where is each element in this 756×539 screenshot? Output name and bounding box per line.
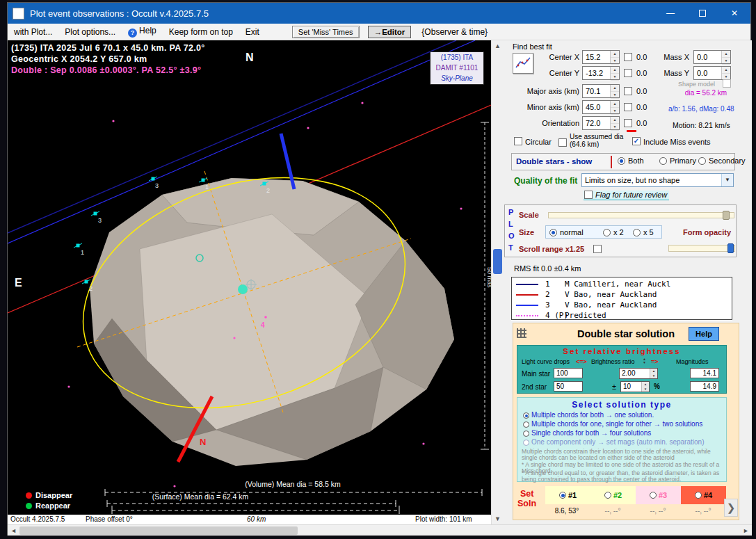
solution-type-option-2[interactable]: Multiple chords for one, single for othe… [523,420,702,428]
chevron-down-icon[interactable]: ▼ [721,174,733,186]
maximize-button[interactable] [686,3,718,24]
scale-slider[interactable] [548,212,734,218]
show-secondary-radio[interactable]: Secondary [698,156,746,165]
scale-label: Scale [519,211,539,219]
show-primary-radio[interactable]: Primary [659,156,696,165]
flag-review-control[interactable]: Flag for future review [584,191,669,200]
orientation-spinner[interactable]: 72.0▲▼ [582,116,620,130]
ratio-header-spinner[interactable]: ▲▼ [641,357,648,364]
spin-down-icon[interactable]: ▼ [722,58,730,65]
close-button[interactable]: ✕ [718,3,750,24]
spin-up-icon[interactable]: ▲ [611,101,619,108]
mass-x-spinner[interactable]: 0.0▲▼ [693,50,731,64]
spin-down-icon[interactable]: ▼ [650,373,657,378]
menu-exit[interactable]: Exit [239,25,266,39]
menu-with-plot[interactable]: with Plot... [8,25,58,39]
find-best-fit-label: Find best fit [513,42,552,51]
scale-slider-thumb[interactable] [723,211,730,220]
title-bar[interactable]: Plot event observations : Occult v.4.202… [8,3,750,24]
set-miss-times-button[interactable]: Set 'Miss' Times [292,26,360,38]
spin-down-icon[interactable]: ▼ [641,361,648,364]
solution-2-radio[interactable]: #2 [590,486,636,504]
solution-3-radio[interactable]: #3 [636,486,681,504]
main-star-drop-input[interactable]: 100 [554,368,583,378]
spin-up-icon[interactable]: ▲ [650,369,657,373]
opacity-slider-thumb[interactable] [727,243,734,253]
status-phase: Phase offset 0° [86,515,133,523]
spin-up-icon[interactable]: ▲ [611,117,619,124]
minor-fit-checkbox[interactable] [624,103,632,111]
mass-y-spinner[interactable]: 0.0▲▼ [693,66,731,80]
background-bottom-strip [0,536,756,539]
spin-up-icon[interactable]: ▲ [642,382,649,387]
scroll-up-icon[interactable]: ▲ [492,40,504,51]
center-y-spinner[interactable]: -13.2▲▼ [582,66,620,80]
major-fit-checkbox[interactable] [624,87,632,95]
menu-keep-on-top[interactable]: Keep form on top [163,25,239,39]
minimize-button[interactable]: — [654,3,686,24]
spin-down-icon[interactable]: ▼ [611,108,619,115]
solution-type-option-4[interactable]: One component only → set mags (auto min.… [523,438,704,446]
major-axis-spinner[interactable]: 70.1▲▼ [582,84,620,98]
spin-down-icon[interactable]: ▼ [611,74,619,81]
scroll-down-icon[interactable]: ▼ [492,513,504,524]
size-normal-radio[interactable]: normal [549,228,584,236]
scroll-range-checkbox[interactable] [593,245,602,253]
menu-plot-options[interactable]: Plot options... [58,25,122,39]
orientation-fit-checkbox[interactable] [624,119,632,127]
form-opacity-slider[interactable] [668,245,735,252]
plot-area[interactable]: (1735) ITA 2025 Jul 6 70.1 x 45.0 km. PA… [8,40,491,515]
spin-up-icon[interactable]: ▲ [722,51,730,58]
find-best-fit-button[interactable] [513,53,533,74]
spin-up-icon[interactable]: ▲ [611,67,619,74]
panel-scroll-right-button[interactable]: ❯ [724,499,738,517]
solution-type-option-1[interactable]: Multiple chords for both → one solution. [523,411,654,419]
spin-down-icon[interactable]: ▼ [611,92,619,99]
spin-down-icon[interactable]: ▼ [611,124,619,131]
disappear-dot [26,492,32,499]
brightness-ratio-spinner[interactable]: 2.00▲▼ [619,368,658,379]
solution-1-radio[interactable]: #1 [545,486,590,504]
tolerance-spinner[interactable]: 10▲▼ [620,381,650,392]
menu-help[interactable]: ?Help [122,24,163,40]
second-star-drop-input[interactable]: 50 [554,381,583,392]
assumed-dia-checkbox[interactable] [558,138,567,147]
plot-letter: O [508,232,515,240]
show-both-radio[interactable]: Both [618,156,644,165]
flag-review-checkbox[interactable] [584,191,593,199]
spin-up-icon[interactable]: ▲ [722,67,730,74]
solution-type-option-3[interactable]: Single chords for both → four solutions [523,429,651,437]
shape-model-checkbox[interactable] [723,79,731,88]
solution-4-radio[interactable]: #4 [681,486,726,504]
spin-up-icon[interactable]: ▲ [611,51,619,58]
editor-button[interactable]: →Editor [368,26,412,38]
spin-up-icon[interactable]: ▲ [611,85,619,92]
observer-row[interactable]: 2V Bao, near Auckland [512,289,732,300]
size-x2-radio[interactable]: x 2 [603,228,624,236]
observer-row[interactable]: 4 (P)Predicted [512,310,732,321]
spin-down-icon[interactable]: ▼ [642,387,649,392]
center-x-fit-checkbox[interactable] [624,53,632,61]
mass-x-label: Mass X [657,53,689,61]
scroll-right-icon[interactable]: ► [740,525,752,536]
plot-horizontal-scrollbar[interactable]: ◄ ► [8,524,752,536]
chord-number: 1 [205,184,209,191]
quality-dropdown[interactable]: Limits on size, but no shape ▼ [581,173,734,187]
center-y-fit-checkbox[interactable] [624,69,632,77]
observer-row[interactable]: 1M Camilleri, near Auckl [512,279,732,289]
vertical-scroll-thumb[interactable] [493,249,502,274]
brightness-ratio-label: Brightness ratio [591,358,635,365]
size-x5-radio[interactable]: x 5 [633,228,654,236]
horizontal-scroll-thumb[interactable] [19,526,298,535]
help-button[interactable]: Help [689,327,719,341]
set-soln-label: Soln [517,499,536,508]
spin-down-icon[interactable]: ▼ [611,58,619,65]
center-x-spinner[interactable]: 15.2▲▼ [582,50,620,64]
minor-axis-spinner[interactable]: 45.0▲▼ [582,100,620,114]
include-miss-checkbox[interactable] [632,137,641,145]
plot-vertical-scrollbar[interactable]: ▲ ▼ [491,40,503,524]
orientation-label: Orientation [518,119,579,127]
scroll-left-icon[interactable]: ◄ [8,525,19,536]
circular-checkbox[interactable] [514,137,522,145]
observer-row[interactable]: 3V Bao, near Auckland [512,300,732,310]
